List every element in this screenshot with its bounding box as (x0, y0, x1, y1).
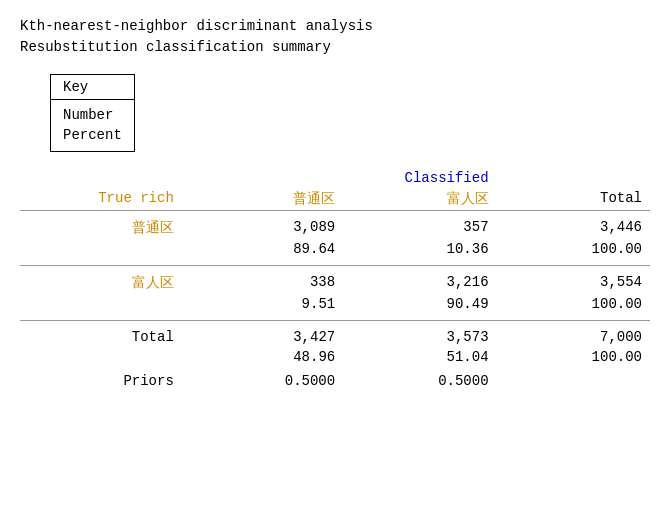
table-row: 普通区 3,089 357 3,446 (20, 211, 650, 240)
total-total-pct: 100.00 (497, 347, 650, 367)
row1-total-pct: 100.00 (497, 239, 650, 266)
row1-total-num: 3,446 (497, 211, 650, 240)
row2-label: 富人区 (20, 266, 190, 295)
priors-col1: 0.5000 (190, 367, 343, 393)
row2-col1-pct: 9.51 (190, 294, 343, 321)
key-line2: Percent (63, 127, 122, 143)
column-header-row: True rich 普通区 富人区 Total (20, 188, 650, 211)
row1-col1-pct: 89.64 (190, 239, 343, 266)
empty-total-header (497, 168, 650, 188)
title-line2: Resubstitution classification summary (20, 37, 650, 58)
priors-col2: 0.5000 (343, 367, 496, 393)
key-box: Key Number Percent (50, 74, 135, 152)
table-row: 富人区 338 3,216 3,554 (20, 266, 650, 295)
classified-header-row: Classified (20, 168, 650, 188)
col2-header: 富人区 (343, 188, 496, 211)
total-empty (20, 347, 190, 367)
row1-col2-pct: 10.36 (343, 239, 496, 266)
key-line1: Number (63, 107, 113, 123)
total-total-num: 7,000 (497, 321, 650, 348)
true-rich-label: True rich (20, 188, 190, 211)
row1-label: 普通区 (20, 211, 190, 240)
table-row: 89.64 10.36 100.00 (20, 239, 650, 266)
classification-table: Classified True rich 普通区 富人区 Total 普通区 3… (20, 168, 650, 393)
key-header: Key (51, 75, 134, 100)
empty-corner (20, 168, 190, 188)
total-col1-pct: 48.96 (190, 347, 343, 367)
total-col2-pct: 51.04 (343, 347, 496, 367)
col1-header: 普通区 (190, 188, 343, 211)
total-header: Total (497, 188, 650, 211)
priors-row: Priors 0.5000 0.5000 (20, 367, 650, 393)
total-row: Total 3,427 3,573 7,000 (20, 321, 650, 348)
row1-col2-num: 357 (343, 211, 496, 240)
row2-total-num: 3,554 (497, 266, 650, 295)
row1-label-empty (20, 239, 190, 266)
total-col1-num: 3,427 (190, 321, 343, 348)
row1-col1-num: 3,089 (190, 211, 343, 240)
row2-col2-num: 3,216 (343, 266, 496, 295)
row2-label-empty (20, 294, 190, 321)
priors-total (497, 367, 650, 393)
priors-label: Priors (20, 367, 190, 393)
key-body: Number Percent (51, 100, 134, 151)
row2-col1-num: 338 (190, 266, 343, 295)
classified-header: Classified (190, 168, 497, 188)
row2-col2-pct: 90.49 (343, 294, 496, 321)
total-pct-row: 48.96 51.04 100.00 (20, 347, 650, 367)
row2-total-pct: 100.00 (497, 294, 650, 321)
title-line1: Kth-nearest-neighbor discriminant analys… (20, 16, 650, 37)
total-label: Total (20, 321, 190, 348)
table-row: 9.51 90.49 100.00 (20, 294, 650, 321)
total-col2-num: 3,573 (343, 321, 496, 348)
